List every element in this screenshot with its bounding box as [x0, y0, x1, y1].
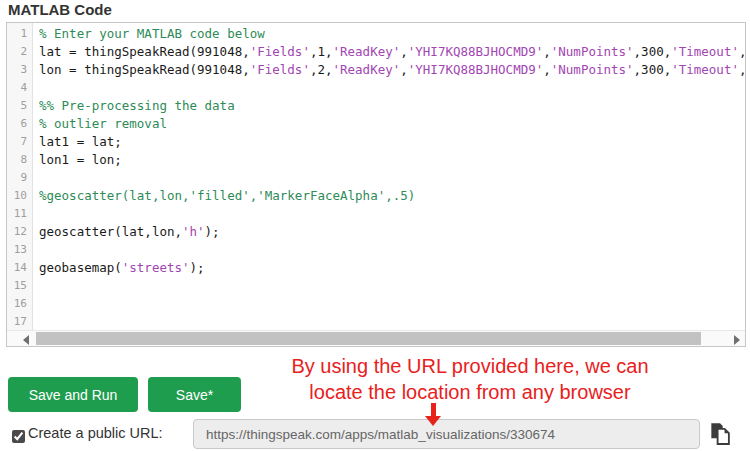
code-line[interactable]: 3lon = thingSpeakRead(991048,'Fields',2,… [7, 61, 745, 79]
code-text: lat1 = lat; [32, 133, 122, 151]
horizontal-scrollbar[interactable] [7, 330, 745, 346]
code-line[interactable]: 8lon1 = lon; [7, 151, 745, 169]
matlab-code-editor[interactable]: 1% Enter your MATLAB code below2lat = th… [6, 22, 746, 347]
annotation-line-2: locate the location from any browser [255, 379, 685, 405]
line-number: 8 [7, 151, 32, 169]
code-text: geoscatter(lat,lon,'h'); [32, 223, 220, 241]
code-text: lat = thingSpeakRead(991048,'Fields',1,'… [32, 43, 745, 61]
code-text [32, 295, 39, 313]
line-number: 13 [7, 241, 32, 259]
line-number: 16 [7, 295, 32, 313]
line-number: 4 [7, 79, 32, 97]
line-number: 10 [7, 187, 32, 205]
save-button[interactable]: Save* [148, 377, 241, 412]
annotation-text: By using the URL provided here, we can l… [255, 353, 685, 405]
code-text [32, 241, 39, 259]
code-text [32, 277, 39, 295]
code-text: geobasemap('streets'); [32, 259, 205, 277]
code-text [32, 169, 39, 187]
scroll-right-arrow-icon[interactable] [734, 335, 740, 345]
line-number: 2 [7, 43, 32, 61]
line-number: 11 [7, 205, 32, 223]
public-url-input[interactable] [193, 419, 700, 449]
code-text [32, 205, 39, 223]
code-line[interactable]: 12geoscatter(lat,lon,'h'); [7, 223, 745, 241]
code-text: %% Pre-processing the data [32, 97, 235, 115]
code-text [32, 313, 39, 330]
code-text: % Enter your MATLAB code below [32, 25, 265, 43]
code-line[interactable]: 4 [7, 79, 745, 97]
code-text [32, 79, 39, 97]
line-number: 3 [7, 61, 32, 79]
code-line[interactable]: 16 [7, 295, 745, 313]
code-line[interactable]: 7lat1 = lat; [7, 133, 745, 151]
code-text: %geoscatter(lat,lon,'filled','MarkerFace… [32, 187, 415, 205]
line-number: 7 [7, 133, 32, 151]
public-url-checkbox[interactable] [12, 430, 25, 443]
red-down-arrow-icon [425, 403, 441, 426]
scrollbar-thumb[interactable] [36, 332, 701, 345]
code-lines[interactable]: 1% Enter your MATLAB code below2lat = th… [7, 23, 745, 330]
save-and-run-button[interactable]: Save and Run [8, 377, 138, 412]
code-line[interactable]: 10%geoscatter(lat,lon,'filled','MarkerFa… [7, 187, 745, 205]
line-number: 15 [7, 277, 32, 295]
code-line[interactable]: 13 [7, 241, 745, 259]
scroll-left-arrow-icon[interactable] [23, 335, 29, 345]
code-text: % outlier removal [32, 115, 167, 133]
code-text: lon1 = lon; [32, 151, 122, 169]
copy-button[interactable] [706, 421, 734, 449]
code-line[interactable]: 2lat = thingSpeakRead(991048,'Fields',1,… [7, 43, 745, 61]
page-title: MATLAB Code [8, 1, 112, 18]
line-number: 6 [7, 115, 32, 133]
line-number: 5 [7, 97, 32, 115]
code-line[interactable]: 6% outlier removal [7, 115, 745, 133]
code-line[interactable]: 11 [7, 205, 745, 223]
code-line[interactable]: 9 [7, 169, 745, 187]
code-line[interactable]: 17 [7, 313, 745, 330]
public-url-label[interactable]: Create a public URL: [28, 425, 163, 441]
annotation-line-1: By using the URL provided here, we can [255, 353, 685, 379]
code-line[interactable]: 14geobasemap('streets'); [7, 259, 745, 277]
copy-icon [707, 435, 733, 450]
line-number: 1 [7, 25, 32, 43]
code-line[interactable]: 15 [7, 277, 745, 295]
line-number: 17 [7, 313, 32, 330]
code-line[interactable]: 1% Enter your MATLAB code below [7, 25, 745, 43]
code-text: lon = thingSpeakRead(991048,'Fields',2,'… [32, 61, 745, 79]
line-number: 12 [7, 223, 32, 241]
line-number: 9 [7, 169, 32, 187]
line-number: 14 [7, 259, 32, 277]
code-line[interactable]: 5%% Pre-processing the data [7, 97, 745, 115]
